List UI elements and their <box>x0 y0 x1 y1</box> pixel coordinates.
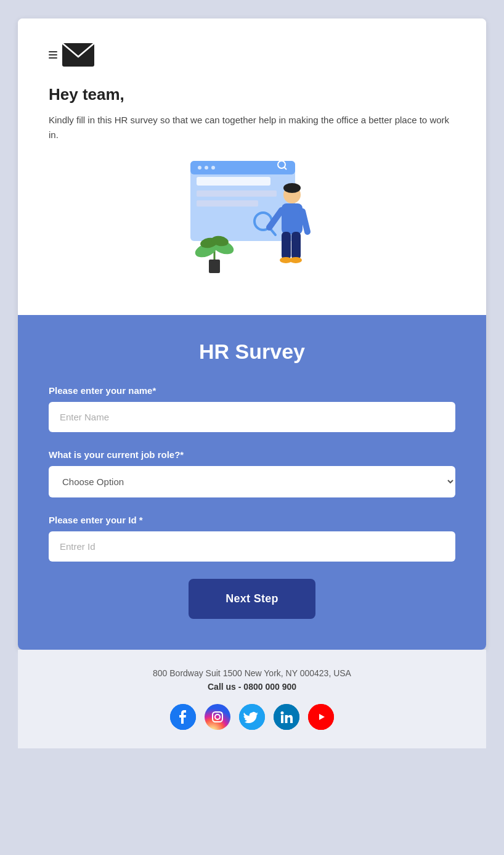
menu-lines-icon <box>49 51 57 59</box>
menu-line-1 <box>49 51 57 52</box>
svg-rect-22 <box>209 260 220 273</box>
svg-rect-18 <box>282 232 291 260</box>
envelope-icon <box>62 43 94 67</box>
role-form-group: What is your current job role?* Choose O… <box>49 449 455 497</box>
menu-line-2 <box>49 54 57 55</box>
illustration-area <box>49 155 455 284</box>
footer-phone: Call us - 0800 000 900 <box>30 682 474 692</box>
greeting-text: Hey team, <box>49 85 455 104</box>
svg-rect-6 <box>197 177 270 186</box>
svg-rect-19 <box>291 232 301 260</box>
svg-point-3 <box>198 166 201 170</box>
id-input[interactable] <box>49 531 455 562</box>
name-input[interactable] <box>49 402 455 432</box>
youtube-icon[interactable] <box>308 704 334 730</box>
card: Hey team, Kindly fill in this HR survey … <box>18 18 486 650</box>
svg-point-36 <box>281 711 284 714</box>
twitter-icon[interactable] <box>239 704 265 730</box>
svg-point-29 <box>205 704 230 730</box>
page-wrapper: Hey team, Kindly fill in this HR survey … <box>0 18 504 748</box>
social-icons-group <box>30 704 474 730</box>
menu-line-3 <box>49 57 57 59</box>
facebook-icon[interactable] <box>170 704 196 730</box>
svg-point-5 <box>211 166 215 170</box>
footer: 800 Bordway Suit 1500 New York, NY 00042… <box>18 650 486 748</box>
logo-area <box>49 43 455 67</box>
description-text: Kindly fill in this HR survey so that we… <box>49 113 455 142</box>
svg-rect-10 <box>197 200 258 207</box>
name-label: Please enter your name* <box>49 385 455 396</box>
svg-rect-15 <box>282 203 303 234</box>
svg-point-32 <box>221 712 222 713</box>
svg-point-14 <box>283 183 301 193</box>
instagram-icon[interactable] <box>205 704 230 730</box>
illustration-svg <box>178 155 326 284</box>
role-select[interactable]: Choose Option Manager Developer Designer… <box>49 466 455 497</box>
svg-rect-35 <box>281 715 283 723</box>
footer-address: 800 Bordway Suit 1500 New York, NY 00042… <box>30 668 474 678</box>
linkedin-icon[interactable] <box>274 704 299 730</box>
top-section: Hey team, Kindly fill in this HR survey … <box>18 18 486 315</box>
form-section: HR Survey Please enter your name* What i… <box>18 315 486 650</box>
svg-point-21 <box>290 257 302 263</box>
svg-rect-9 <box>197 190 277 197</box>
id-form-group: Please enter your Id * <box>49 515 455 562</box>
svg-line-17 <box>303 211 307 232</box>
svg-point-4 <box>205 166 208 170</box>
next-step-button[interactable]: Next Step <box>189 579 315 619</box>
form-title: HR Survey <box>49 340 455 364</box>
id-label: Please enter your Id * <box>49 515 455 525</box>
role-label: What is your current job role?* <box>49 449 455 460</box>
name-form-group: Please enter your name* <box>49 385 455 432</box>
